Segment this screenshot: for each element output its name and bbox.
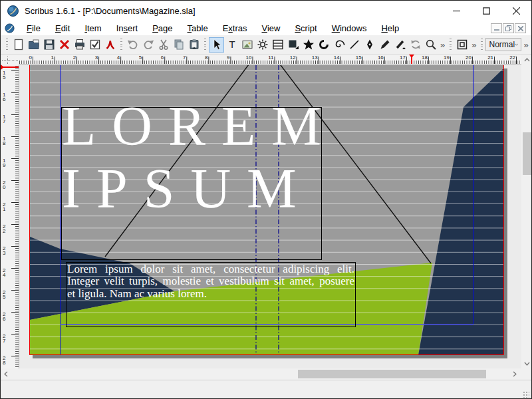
- preflight-verifier-button[interactable]: [87, 37, 102, 53]
- line-icon: [348, 39, 360, 51]
- image-frame-icon: [241, 39, 253, 51]
- document-page[interactable]: LOREM IPSUM Lorem ipsum dolor sit amet, …: [29, 65, 504, 355]
- mdi-minimize-button[interactable]: [491, 23, 502, 33]
- menu-item-edit[interactable]: Edit: [48, 22, 77, 35]
- table-icon: [272, 39, 284, 51]
- horizontal-ruler[interactable]: 012345678910111213141516171819202122: [19, 55, 521, 65]
- ruler-number: 1 8: [3, 136, 5, 146]
- ruler-origin[interactable]: [1, 55, 19, 65]
- insert-arc-button[interactable]: [316, 37, 331, 53]
- ruler-number: 7: [183, 55, 186, 61]
- select-item-button[interactable]: [209, 37, 224, 53]
- menu-item-view[interactable]: View: [254, 22, 287, 35]
- titlebar[interactable]: Scribus 1.6.1 - [P:\Documents\Magazine.s…: [1, 1, 531, 21]
- menu-item-extras[interactable]: Extras: [215, 22, 255, 35]
- ruler-number: 16: [378, 55, 384, 61]
- close-document-button[interactable]: [57, 37, 72, 53]
- insert-table-button[interactable]: [270, 37, 285, 53]
- insert-polygon-button[interactable]: [301, 37, 316, 53]
- toolbar-handle[interactable]: [119, 38, 124, 51]
- toolbar-overflow-chevron[interactable]: »: [521, 40, 530, 50]
- ruler-number: 2 8: [3, 356, 5, 365]
- new-document-button[interactable]: [11, 37, 26, 53]
- menu-item-item[interactable]: Item: [77, 22, 108, 35]
- window-title: Scribus 1.6.1 - [P:\Documents\Magazine.s…: [25, 6, 196, 16]
- menubar: FileEditItemInsertPageTableExtrasViewScr…: [1, 21, 531, 35]
- rotate-item-button[interactable]: [408, 37, 423, 53]
- redo-button[interactable]: [140, 37, 156, 53]
- toolbar-handle[interactable]: [5, 38, 9, 51]
- vertical-scrollbar[interactable]: [521, 65, 532, 368]
- scroll-right-button[interactable]: [509, 368, 520, 380]
- canvas-viewport[interactable]: LOREM IPSUM Lorem ipsum dolor sit amet, …: [19, 65, 521, 368]
- export-pdf-button[interactable]: [102, 37, 118, 53]
- ruler-number: 2 0: [3, 180, 5, 190]
- zoom-tool-button[interactable]: [423, 37, 438, 53]
- mdi-restore-button[interactable]: [503, 23, 514, 33]
- vertical-ruler[interactable]: 1 51 61 71 81 92 02 12 22 32 42 52 62 72…: [1, 65, 19, 368]
- copy-button[interactable]: [171, 37, 186, 53]
- ruler-number: 6: [161, 55, 164, 61]
- undo-icon: [127, 39, 139, 51]
- menu-item-insert[interactable]: Insert: [109, 22, 146, 35]
- insert-render-frame-button[interactable]: [255, 37, 270, 53]
- mdi-close-icon: [518, 26, 523, 31]
- scroll-left-button[interactable]: [1, 368, 11, 380]
- toolbar-overflow-chevron[interactable]: »: [469, 40, 478, 50]
- toolbar-handle[interactable]: [203, 38, 207, 51]
- maximize-button[interactable]: [471, 1, 501, 21]
- undo-button[interactable]: [125, 37, 140, 53]
- horizontal-scrollbar-track[interactable]: [11, 368, 509, 380]
- save-button[interactable]: [41, 37, 57, 53]
- edit-contents-button[interactable]: [454, 37, 469, 53]
- redo-icon: [142, 39, 154, 51]
- shape-icon: [287, 39, 299, 51]
- menu-item-help[interactable]: Help: [374, 22, 406, 35]
- insert-shape-button[interactable]: [285, 37, 301, 53]
- toolbar-handle[interactable]: [448, 38, 453, 51]
- copy-icon: [173, 39, 185, 51]
- toolbar-handle[interactable]: [479, 38, 484, 51]
- menu-item-page[interactable]: Page: [145, 22, 180, 35]
- chevron-down-icon: [524, 362, 530, 366]
- ruler-number: 11: [268, 55, 273, 61]
- insert-bezier-button[interactable]: [362, 37, 377, 53]
- insert-freehand-button[interactable]: [377, 37, 392, 53]
- menu-item-script[interactable]: Script: [287, 22, 324, 35]
- close-button[interactable]: [501, 1, 531, 21]
- print-button[interactable]: [72, 37, 87, 53]
- ruler-number: 1 6: [3, 92, 5, 102]
- ruler-number: 2 5: [3, 290, 5, 299]
- menu-item-table[interactable]: Table: [180, 22, 215, 35]
- text-frame-icon: T: [226, 39, 238, 51]
- ruler-number: 13: [312, 55, 318, 61]
- insert-image-frame-button[interactable]: [239, 37, 255, 53]
- menu-item-windows[interactable]: Windows: [325, 22, 374, 35]
- mdi-close-button[interactable]: [515, 23, 526, 33]
- open-button[interactable]: [26, 37, 41, 53]
- toolbar-overflow-chevron[interactable]: »: [438, 40, 447, 50]
- ruler-number: 3: [95, 55, 98, 61]
- horizontal-scrollbar[interactable]: [1, 368, 532, 380]
- paste-button[interactable]: [186, 37, 201, 53]
- ruler-number: 1: [51, 55, 54, 61]
- layer-mode-select[interactable]: Normal: [485, 38, 521, 51]
- vertical-scrollbar-thumb[interactable]: [523, 132, 531, 175]
- insert-text-frame-button[interactable]: T: [224, 37, 239, 53]
- insert-line-button[interactable]: [346, 37, 362, 53]
- paste-icon: [188, 39, 200, 51]
- resize-grip[interactable]: [523, 391, 529, 398]
- menu-item-file[interactable]: File: [19, 22, 48, 35]
- cut-button[interactable]: [156, 37, 171, 53]
- ruler-number: 2: [73, 55, 76, 61]
- minimize-button[interactable]: [442, 1, 471, 21]
- ruler-number: 8: [205, 55, 207, 61]
- scribus-window: Scribus 1.6.1 - [P:\Documents\Magazine.s…: [0, 0, 532, 399]
- scroll-down-button[interactable]: [521, 358, 532, 368]
- horizontal-scrollbar-thumb[interactable]: [298, 370, 486, 378]
- scroll-up-button[interactable]: [521, 55, 532, 65]
- insert-calligraphic-line-button[interactable]: [392, 37, 408, 53]
- insert-spiral-button[interactable]: [331, 37, 346, 53]
- margin-guide-right: [473, 65, 473, 325]
- ruler-number: 10: [246, 55, 252, 61]
